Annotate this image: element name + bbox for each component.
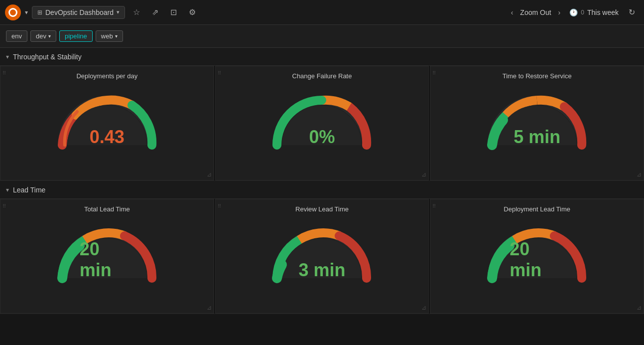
week-count: 0 bbox=[581, 9, 584, 16]
timerange-label: This week bbox=[587, 8, 619, 16]
panel-deploy-lead: ⠿ Deployment Lead Time 20 min ⊿ bbox=[430, 199, 644, 314]
drag-handle-5: ⠿ bbox=[218, 203, 221, 209]
dev-chevron: ▾ bbox=[48, 33, 51, 39]
refresh-button[interactable]: ↻ bbox=[625, 5, 639, 19]
gauge-deployments-value: 0.43 bbox=[90, 127, 125, 148]
tag-dev[interactable]: dev ▾ bbox=[30, 30, 56, 42]
timerange-button[interactable]: 🕐 0 This week bbox=[565, 6, 623, 18]
resize-handle-6: ⊿ bbox=[637, 304, 642, 311]
gauge-deployments: 0.43 bbox=[52, 88, 162, 153]
topbar: ▾ ⊞ DevOpstic Dashboard ▾ ☆ ⇗ ⊡ ⚙ ‹ Zoom… bbox=[0, 0, 644, 25]
gauge-total-lead: 20 min bbox=[52, 221, 162, 286]
section2-label: Lead Time bbox=[13, 186, 45, 194]
clock-icon: 🕐 bbox=[569, 8, 578, 16]
dashboard-dropdown-chevron: ▾ bbox=[117, 9, 120, 15]
panel-failure-title: Change Failure Rate bbox=[292, 72, 352, 80]
refresh-icon: ↻ bbox=[629, 8, 635, 16]
save-icon: ⊡ bbox=[170, 8, 177, 16]
gauge-review-lead: 3 min bbox=[267, 221, 377, 286]
section-throughput-header[interactable]: ▾ Throughput & Stability bbox=[0, 48, 644, 66]
section1-grid: ⠿ Deployments per day bbox=[0, 66, 644, 180]
panel-total-lead-title: Total Lead Time bbox=[84, 205, 130, 213]
resize-handle-5: ⊿ bbox=[421, 304, 426, 311]
gauge-failure: 0% bbox=[267, 88, 377, 153]
section2-chevron: ▾ bbox=[6, 186, 9, 193]
panel-review-lead: ⠿ Review Lead Time 3 min ⊿ bbox=[215, 199, 429, 314]
save-button[interactable]: ⊡ bbox=[166, 4, 181, 20]
gauge-total-lead-value: 20 min bbox=[80, 239, 134, 281]
panel-deploy-lead-title: Deployment Lead Time bbox=[504, 205, 570, 213]
gauge-deploy-lead-value: 20 min bbox=[510, 239, 564, 281]
star-button[interactable]: ☆ bbox=[129, 4, 144, 20]
drag-handle-1: ⠿ bbox=[2, 70, 6, 76]
share-icon: ⇗ bbox=[152, 8, 158, 16]
section2-grid: ⠿ Total Lead Time 20 min ⊿ bbox=[0, 199, 644, 314]
share-button[interactable]: ⇗ bbox=[148, 4, 162, 20]
tag-web[interactable]: web ▾ bbox=[96, 30, 123, 42]
panel-deployments-title: Deployments per day bbox=[76, 72, 137, 80]
dashboard-name-label: DevOpstic Dashboard bbox=[45, 8, 114, 16]
panel-failure: ⠿ Change Failure Rate 0% ⊿ bbox=[215, 66, 429, 180]
drag-handle-3: ⠿ bbox=[432, 70, 436, 76]
resize-handle-3: ⊿ bbox=[637, 171, 642, 178]
drag-handle-4: ⠿ bbox=[2, 203, 6, 209]
zoom-out-left-button[interactable]: ‹ bbox=[508, 6, 516, 18]
panel-review-lead-title: Review Lead Time bbox=[295, 205, 349, 213]
topbar-right: ‹ Zoom Out › 🕐 0 This week ↻ bbox=[508, 5, 639, 19]
gauge-deploy-lead: 20 min bbox=[482, 221, 592, 286]
settings-button[interactable]: ⚙ bbox=[185, 4, 200, 20]
resize-handle-2: ⊿ bbox=[421, 171, 426, 178]
gauge-failure-value: 0% bbox=[309, 127, 335, 148]
logo-dropdown-arrow[interactable]: ▾ bbox=[25, 9, 28, 16]
subnav: env dev ▾ pipeline web ▾ bbox=[0, 25, 644, 48]
section-leadtime: ▾ Lead Time ⠿ Total Lead Time bbox=[0, 181, 644, 314]
gauge-restore: 5 min bbox=[482, 88, 592, 153]
tag-pipeline[interactable]: pipeline bbox=[59, 30, 93, 42]
section-throughput: ▾ Throughput & Stability ⠿ Deployments p… bbox=[0, 48, 644, 181]
web-chevron: ▾ bbox=[115, 33, 118, 39]
gauge-restore-value: 5 min bbox=[514, 127, 560, 148]
resize-handle-4: ⊿ bbox=[207, 304, 212, 311]
zoom-out-label: Zoom Out bbox=[518, 8, 553, 16]
logo[interactable] bbox=[5, 4, 21, 20]
section1-chevron: ▾ bbox=[6, 53, 9, 60]
panel-deployments: ⠿ Deployments per day bbox=[0, 66, 214, 180]
drag-handle-6: ⠿ bbox=[432, 203, 436, 209]
panel-restore: ⠿ Time to Restore Service 5 m bbox=[430, 66, 644, 180]
settings-icon: ⚙ bbox=[189, 8, 196, 16]
zoom-out-right-button[interactable]: › bbox=[555, 6, 564, 18]
section-leadtime-header[interactable]: ▾ Lead Time bbox=[0, 181, 644, 199]
section1-label: Throughput & Stability bbox=[13, 53, 82, 61]
panel-restore-title: Time to Restore Service bbox=[503, 72, 572, 80]
resize-handle-1: ⊿ bbox=[207, 171, 212, 178]
tag-env[interactable]: env bbox=[6, 30, 27, 42]
logo-inner bbox=[8, 8, 17, 17]
gauge-review-lead-value: 3 min bbox=[298, 260, 345, 281]
star-icon: ☆ bbox=[133, 8, 140, 16]
dashboard-name-button[interactable]: ⊞ DevOpstic Dashboard ▾ bbox=[32, 6, 125, 19]
drag-handle-2: ⠿ bbox=[218, 70, 221, 76]
panel-total-lead: ⠿ Total Lead Time 20 min ⊿ bbox=[0, 199, 214, 314]
